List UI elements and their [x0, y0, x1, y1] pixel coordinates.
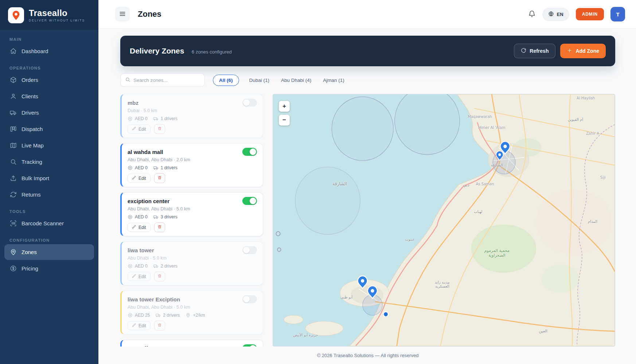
zone-drivers: 1 drivers	[153, 165, 177, 170]
zone-delete-button[interactable]	[154, 124, 165, 134]
sidebar-nav: MAINDashboardOPERATIONSOrdersClientsDriv…	[0, 30, 98, 277]
sidebar-item-pricing[interactable]: Pricing	[4, 261, 94, 276]
zone-enabled-toggle[interactable]	[242, 148, 257, 156]
sidebar-item-label: Orders	[22, 77, 38, 83]
truck-icon	[153, 116, 159, 121]
coin-icon	[128, 264, 133, 269]
sidebar-item-dashboard[interactable]: Dashboard	[4, 43, 94, 59]
zone-delete-button[interactable]	[154, 173, 165, 183]
sidebar-item-label: Live Map	[22, 142, 44, 149]
search-input[interactable]	[133, 78, 200, 83]
sidebar-item-label: Clients	[22, 93, 38, 99]
zone-location: Abu Dhabi, Abu Dhabi · 5.0 km	[128, 206, 257, 211]
filter-row: All (6)Dubai (1)Abu Dhabi (4)Ajman (1)	[120, 74, 615, 87]
sidebar-item-dispatch[interactable]: Dispatch	[4, 121, 94, 137]
zones-icon	[10, 249, 17, 256]
zone-location: Abu Dhabi, Abu Dhabi · 2.0 km	[128, 157, 257, 162]
sidebar-item-label: Dashboard	[22, 48, 48, 54]
sidebar-item-clients[interactable]: Clients	[4, 88, 94, 104]
sidebar-item-returns[interactable]: Returns	[4, 187, 94, 202]
sidebar-item-tracking[interactable]: Tracking	[4, 154, 94, 170]
menu-toggle-button[interactable]	[115, 7, 130, 21]
pricing-icon	[10, 265, 17, 272]
truck-icon	[153, 214, 159, 219]
sidebar-item-drivers[interactable]: Drivers	[4, 105, 94, 120]
sidebar-item-zones[interactable]: Zones	[4, 244, 94, 260]
zone-drivers: 3 drivers	[153, 214, 177, 219]
barcode-icon	[10, 220, 17, 227]
truck-icon	[153, 165, 159, 170]
zone-delete-button[interactable]	[154, 272, 165, 281]
zone-enabled-toggle[interactable]	[242, 246, 257, 254]
topbar: Zones EN ADMIN T	[98, 0, 636, 28]
filter-tab[interactable]: Ajman (1)	[321, 75, 346, 86]
trash-icon	[157, 225, 162, 230]
zone-drivers: 2 drivers	[156, 313, 180, 318]
add-zone-button[interactable]: Add Zone	[560, 44, 606, 58]
search-icon	[125, 77, 130, 84]
zone-edit-button[interactable]: Edit	[128, 124, 151, 134]
zone-delete-button[interactable]	[154, 321, 165, 331]
zone-card: al wahda mallAbu Dhabi, Abu Dhabi · 2.0 …	[120, 143, 263, 187]
zone-card: النعيميهEdit	[120, 340, 263, 347]
map-zone-radius-circle	[395, 94, 460, 155]
coin-icon	[128, 116, 133, 121]
zone-fee: AED 0	[128, 264, 148, 269]
sidebar-item-label: Barcode Scanner	[22, 220, 64, 226]
zone-edit-button[interactable]: Edit	[128, 174, 151, 183]
zone-edit-button[interactable]: Edit	[128, 272, 151, 281]
zone-edit-button[interactable]: Edit	[128, 321, 151, 330]
zone-delete-button[interactable]	[154, 222, 165, 232]
clients-icon	[10, 93, 17, 100]
zone-enabled-toggle[interactable]	[242, 197, 257, 205]
filter-tab[interactable]: All (6)	[213, 75, 239, 86]
sidebar-item-label: Pricing	[22, 265, 38, 272]
zone-fee: AED 0	[128, 116, 148, 121]
sidebar-item-orders[interactable]: Orders	[4, 72, 94, 88]
truck-icon	[156, 313, 161, 318]
language-code: EN	[557, 12, 563, 17]
zone-enabled-toggle[interactable]	[242, 99, 257, 107]
brand-logo[interactable]: Traseallo DELIVER WITHOUT LIMITS	[0, 0, 98, 30]
zone-list[interactable]: mbzDubai · 5.0 kmAED 01 driversEdital wa…	[120, 94, 263, 347]
map-zoom-controls: + −	[279, 101, 290, 126]
dashboard-icon	[10, 48, 17, 55]
filter-tab[interactable]: Dubai (1)	[248, 75, 271, 86]
drivers-icon	[10, 109, 17, 116]
footer-text: © 2026 Traseallo Solutions — All rights …	[120, 347, 615, 363]
admin-badge[interactable]: ADMIN	[576, 8, 604, 20]
zone-drivers: 1 drivers	[153, 116, 177, 121]
zone-enabled-toggle[interactable]	[242, 344, 257, 347]
zone-enabled-toggle[interactable]	[242, 295, 257, 303]
filter-tab[interactable]: Abu Dhabi (4)	[280, 75, 313, 86]
nav-section-label: TOOLS	[9, 209, 89, 214]
zone-card: liwa towerAbu Dhabi · 5.0 kmAED 02 drive…	[120, 241, 263, 285]
app-root: Traseallo DELIVER WITHOUT LIMITS MAINDas…	[0, 0, 636, 364]
sidebar-item-barcode[interactable]: Barcode Scanner	[4, 215, 94, 231]
sidebar-item-label: Tracking	[22, 159, 42, 165]
bulk-import-icon	[10, 175, 17, 182]
map-canvas[interactable]: الشارقةالشارقةدبيAs SamanMaqawwarahHimer…	[273, 94, 615, 347]
sidebar: Traseallo DELIVER WITHOUT LIMITS MAINDas…	[0, 0, 98, 364]
user-avatar[interactable]: T	[610, 7, 625, 21]
coin-icon	[128, 214, 133, 219]
map-zoom-out-button[interactable]: −	[279, 115, 290, 126]
language-selector[interactable]: EN	[542, 8, 569, 21]
trash-icon	[157, 274, 162, 279]
sidebar-item-bulk-import[interactable]: Bulk Import	[4, 170, 94, 186]
map-zoom-in-button[interactable]: +	[279, 101, 290, 112]
sidebar-item-live-map[interactable]: Live Map	[4, 138, 94, 153]
trash-icon	[157, 175, 162, 181]
zone-card: exciption centerAbu Dhabi, Abu Dhabi · 5…	[120, 192, 263, 236]
zone-edit-button[interactable]: Edit	[128, 223, 151, 232]
zone-name: liwa tower	[128, 247, 154, 253]
brand-name: Traseallo	[29, 8, 85, 17]
sidebar-item-label: Returns	[22, 191, 41, 198]
zone-name: liwa tower Exciption	[128, 296, 180, 302]
zone-card: mbzDubai · 5.0 kmAED 01 driversEdit	[120, 94, 263, 138]
notifications-button[interactable]	[528, 10, 536, 19]
refresh-button[interactable]: Refresh	[514, 44, 555, 58]
refresh-icon	[521, 48, 526, 54]
brand-pin-icon	[8, 7, 24, 23]
map-dot-marker[interactable]	[383, 312, 388, 317]
